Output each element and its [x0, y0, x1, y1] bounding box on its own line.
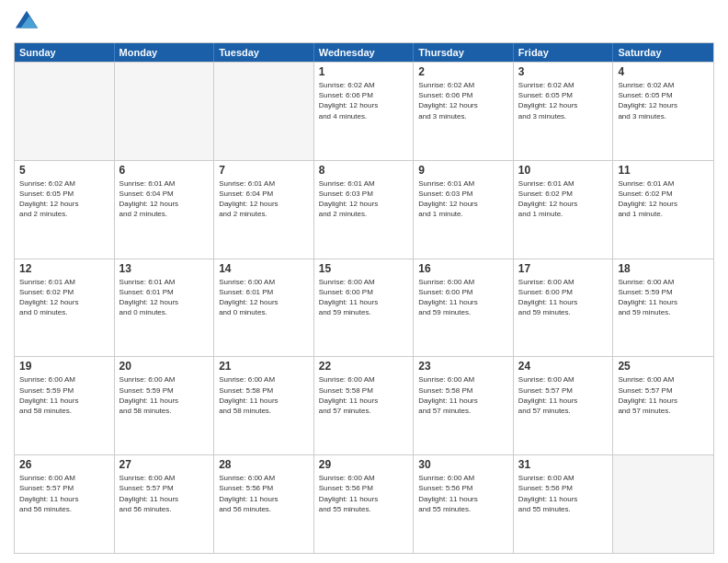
calendar-cell: 10Sunrise: 6:01 AM Sunset: 6:02 PM Dayli…	[514, 161, 614, 259]
cell-info: Sunrise: 6:00 AM Sunset: 5:58 PM Dayligh…	[319, 374, 409, 416]
cell-info: Sunrise: 6:01 AM Sunset: 6:02 PM Dayligh…	[618, 178, 709, 220]
weekday-header: Friday	[514, 43, 614, 62]
day-number: 17	[518, 262, 609, 275]
calendar-cell: 1Sunrise: 6:02 AM Sunset: 6:06 PM Daylig…	[314, 63, 415, 160]
day-number: 28	[219, 458, 309, 471]
calendar-cell: 16Sunrise: 6:00 AM Sunset: 6:00 PM Dayli…	[414, 259, 514, 357]
day-number: 21	[219, 360, 309, 373]
day-number: 27	[119, 458, 210, 471]
weekday-header: Thursday	[414, 43, 514, 62]
day-number: 25	[618, 360, 709, 373]
cell-info: Sunrise: 6:00 AM Sunset: 6:00 PM Dayligh…	[319, 277, 409, 318]
cell-info: Sunrise: 6:00 AM Sunset: 5:57 PM Dayligh…	[518, 374, 609, 416]
calendar-cell: 21Sunrise: 6:00 AM Sunset: 5:58 PM Dayli…	[214, 357, 314, 454]
calendar-cell: 19Sunrise: 6:00 AM Sunset: 5:59 PM Dayli…	[15, 357, 115, 454]
calendar-cell: 4Sunrise: 6:02 AM Sunset: 6:05 PM Daylig…	[613, 63, 713, 160]
cell-info: Sunrise: 6:00 AM Sunset: 6:01 PM Dayligh…	[219, 277, 309, 318]
logo-icon	[14, 9, 40, 35]
calendar-cell: 29Sunrise: 6:00 AM Sunset: 5:56 PM Dayli…	[314, 455, 415, 553]
calendar-row: 19Sunrise: 6:00 AM Sunset: 5:59 PM Dayli…	[15, 356, 713, 454]
cell-info: Sunrise: 6:00 AM Sunset: 6:00 PM Dayligh…	[518, 277, 609, 318]
cell-info: Sunrise: 6:00 AM Sunset: 5:58 PM Dayligh…	[219, 374, 309, 416]
cell-info: Sunrise: 6:01 AM Sunset: 6:04 PM Dayligh…	[219, 178, 309, 220]
day-number: 22	[319, 360, 409, 373]
day-number: 9	[418, 164, 508, 177]
cell-info: Sunrise: 6:00 AM Sunset: 5:56 PM Dayligh…	[518, 473, 609, 514]
cell-info: Sunrise: 6:00 AM Sunset: 5:59 PM Dayligh…	[618, 277, 709, 318]
cell-info: Sunrise: 6:02 AM Sunset: 6:05 PM Dayligh…	[618, 80, 709, 121]
day-number: 31	[518, 458, 609, 471]
day-number: 18	[618, 262, 709, 275]
day-number: 7	[219, 164, 309, 177]
weekday-header: Saturday	[613, 43, 713, 62]
calendar-row: 1Sunrise: 6:02 AM Sunset: 6:06 PM Daylig…	[15, 62, 713, 160]
calendar: SundayMondayTuesdayWednesdayThursdayFrid…	[14, 42, 714, 554]
logo	[14, 9, 43, 35]
calendar-cell: 20Sunrise: 6:00 AM Sunset: 5:59 PM Dayli…	[115, 357, 215, 454]
calendar-cell	[15, 63, 115, 160]
calendar-cell: 6Sunrise: 6:01 AM Sunset: 6:04 PM Daylig…	[115, 161, 215, 259]
calendar-cell: 3Sunrise: 6:02 AM Sunset: 6:05 PM Daylig…	[514, 63, 614, 160]
cell-info: Sunrise: 6:00 AM Sunset: 5:57 PM Dayligh…	[119, 473, 210, 514]
cell-info: Sunrise: 6:00 AM Sunset: 5:57 PM Dayligh…	[618, 374, 709, 416]
day-number: 24	[518, 360, 609, 373]
calendar-cell: 25Sunrise: 6:00 AM Sunset: 5:57 PM Dayli…	[613, 357, 713, 454]
weekday-header: Sunday	[15, 43, 115, 62]
calendar-cell: 23Sunrise: 6:00 AM Sunset: 5:58 PM Dayli…	[414, 357, 514, 454]
calendar-cell: 8Sunrise: 6:01 AM Sunset: 6:03 PM Daylig…	[314, 161, 415, 259]
day-number: 30	[418, 458, 508, 471]
calendar-cell	[214, 63, 314, 160]
day-number: 15	[319, 262, 409, 275]
day-number: 20	[119, 360, 210, 373]
cell-info: Sunrise: 6:01 AM Sunset: 6:04 PM Dayligh…	[119, 178, 210, 220]
cell-info: Sunrise: 6:00 AM Sunset: 5:56 PM Dayligh…	[418, 473, 508, 514]
calendar-cell: 14Sunrise: 6:00 AM Sunset: 6:01 PM Dayli…	[214, 259, 314, 357]
calendar-cell: 7Sunrise: 6:01 AM Sunset: 6:04 PM Daylig…	[214, 161, 314, 259]
calendar-cell	[115, 63, 215, 160]
day-number: 2	[418, 65, 508, 78]
calendar-cell: 27Sunrise: 6:00 AM Sunset: 5:57 PM Dayli…	[115, 455, 215, 553]
day-number: 8	[319, 164, 409, 177]
calendar-cell: 11Sunrise: 6:01 AM Sunset: 6:02 PM Dayli…	[613, 161, 713, 259]
calendar-cell: 24Sunrise: 6:00 AM Sunset: 5:57 PM Dayli…	[514, 357, 614, 454]
day-number: 10	[518, 164, 609, 177]
calendar-cell: 12Sunrise: 6:01 AM Sunset: 6:02 PM Dayli…	[15, 259, 115, 357]
day-number: 12	[19, 262, 109, 275]
weekday-header: Monday	[115, 43, 215, 62]
day-number: 16	[418, 262, 508, 275]
cell-info: Sunrise: 6:02 AM Sunset: 6:06 PM Dayligh…	[319, 80, 409, 121]
cell-info: Sunrise: 6:00 AM Sunset: 5:59 PM Dayligh…	[19, 374, 109, 416]
day-number: 6	[119, 164, 210, 177]
calendar-cell: 9Sunrise: 6:01 AM Sunset: 6:03 PM Daylig…	[414, 161, 514, 259]
cell-info: Sunrise: 6:00 AM Sunset: 5:56 PM Dayligh…	[319, 473, 409, 514]
calendar-cell: 2Sunrise: 6:02 AM Sunset: 6:06 PM Daylig…	[414, 63, 514, 160]
day-number: 26	[19, 458, 109, 471]
day-number: 4	[618, 65, 709, 78]
calendar-cell: 13Sunrise: 6:01 AM Sunset: 6:01 PM Dayli…	[115, 259, 215, 357]
calendar-body: 1Sunrise: 6:02 AM Sunset: 6:06 PM Daylig…	[15, 62, 713, 553]
weekday-header: Tuesday	[214, 43, 314, 62]
cell-info: Sunrise: 6:01 AM Sunset: 6:02 PM Dayligh…	[518, 178, 609, 220]
calendar-header: SundayMondayTuesdayWednesdayThursdayFrid…	[15, 43, 713, 62]
calendar-cell: 26Sunrise: 6:00 AM Sunset: 5:57 PM Dayli…	[15, 455, 115, 553]
calendar-cell: 30Sunrise: 6:00 AM Sunset: 5:56 PM Dayli…	[414, 455, 514, 553]
calendar-cell: 5Sunrise: 6:02 AM Sunset: 6:05 PM Daylig…	[15, 161, 115, 259]
cell-info: Sunrise: 6:01 AM Sunset: 6:03 PM Dayligh…	[319, 178, 409, 220]
calendar-cell: 15Sunrise: 6:00 AM Sunset: 6:00 PM Dayli…	[314, 259, 415, 357]
page: SundayMondayTuesdayWednesdayThursdayFrid…	[0, 0, 728, 563]
calendar-cell	[613, 455, 713, 553]
header	[14, 9, 714, 35]
cell-info: Sunrise: 6:00 AM Sunset: 5:57 PM Dayligh…	[19, 473, 109, 514]
calendar-row: 26Sunrise: 6:00 AM Sunset: 5:57 PM Dayli…	[15, 454, 713, 553]
day-number: 5	[19, 164, 109, 177]
calendar-cell: 17Sunrise: 6:00 AM Sunset: 6:00 PM Dayli…	[514, 259, 614, 357]
cell-info: Sunrise: 6:01 AM Sunset: 6:02 PM Dayligh…	[19, 277, 109, 318]
calendar-cell: 18Sunrise: 6:00 AM Sunset: 5:59 PM Dayli…	[613, 259, 713, 357]
day-number: 13	[119, 262, 210, 275]
calendar-cell: 31Sunrise: 6:00 AM Sunset: 5:56 PM Dayli…	[514, 455, 614, 553]
day-number: 29	[319, 458, 409, 471]
day-number: 19	[19, 360, 109, 373]
calendar-row: 5Sunrise: 6:02 AM Sunset: 6:05 PM Daylig…	[15, 160, 713, 259]
cell-info: Sunrise: 6:02 AM Sunset: 6:06 PM Dayligh…	[418, 80, 508, 121]
cell-info: Sunrise: 6:00 AM Sunset: 5:56 PM Dayligh…	[219, 473, 309, 514]
